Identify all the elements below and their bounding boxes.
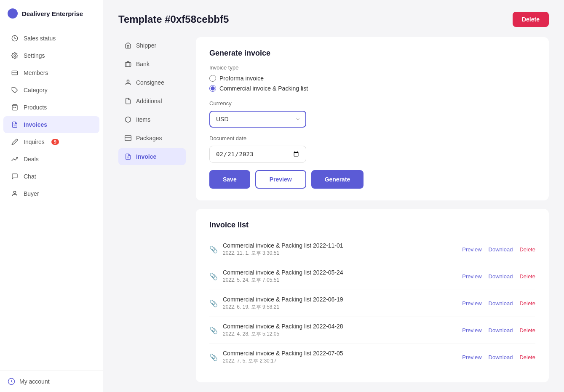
left-nav-bank[interactable]: Bank: [118, 56, 186, 72]
invoice-preview-link[interactable]: Preview: [462, 273, 481, 280]
attachment-icon: 📎: [209, 353, 218, 361]
delete-template-button[interactable]: Delete: [513, 12, 549, 27]
left-nav-invoice[interactable]: Invoice: [118, 148, 186, 165]
attachment-icon: 📎: [209, 299, 218, 307]
deals-icon: [11, 155, 19, 163]
left-nav-items-label: Items: [136, 116, 150, 123]
invoice-list-container: 📎 Commercial invoice & Packing list 2022…: [209, 236, 535, 371]
sidebar-item-deals[interactable]: Deals: [3, 151, 99, 168]
invoice-preview-link[interactable]: Preview: [462, 354, 481, 360]
left-nav-bank-label: Bank: [136, 61, 150, 67]
nav-list: Sales status Settings Members Category: [0, 26, 103, 371]
document-date-group: Document date: [209, 135, 535, 163]
radio-commercial[interactable]: Commercial invoice & Packing list: [209, 85, 535, 92]
left-nav: Shipper Bank Consignee Additional: [118, 37, 186, 382]
invoice-item-left: 📎 Commercial invoice & Packing list 2022…: [209, 323, 343, 338]
inquires-badge: 9: [51, 139, 59, 145]
invoice-item-actions: Preview Download Delete: [462, 354, 535, 360]
package-icon: [124, 134, 132, 142]
invoice-download-link[interactable]: Download: [489, 273, 513, 280]
brand-name: Dealivery Enterprise: [22, 10, 83, 17]
sidebar-item-category[interactable]: Category: [3, 82, 99, 99]
radio-proforma[interactable]: Proforma invoice: [209, 75, 535, 82]
save-button[interactable]: Save: [209, 170, 250, 189]
left-nav-additional[interactable]: Additional: [118, 93, 186, 109]
svg-point-8: [13, 191, 16, 193]
sidebar-label-category: Category: [24, 87, 48, 93]
preview-button[interactable]: Preview: [255, 170, 306, 189]
invoice-nav-icon: [124, 153, 132, 160]
generate-invoice-card: Generate invoice Invoice type Proforma i…: [196, 37, 549, 200]
brand-area[interactable]: Dealivery Enterprise: [0, 0, 103, 26]
invoice-preview-link[interactable]: Preview: [462, 327, 481, 333]
invoice-item-info: Commercial invoice & Packing list 2022-0…: [223, 296, 343, 311]
invoice-item-info: Commercial invoice & Packing list 2022-1…: [223, 242, 343, 257]
invoice-item-name: Commercial invoice & Packing list 2022-0…: [223, 350, 343, 357]
page-title: Template #0xf58cebbf5: [118, 13, 229, 25]
invoice-item-name: Commercial invoice & Packing list 2022-0…: [223, 296, 343, 303]
invoice-icon: [11, 121, 19, 128]
sidebar-item-sales-status[interactable]: Sales status: [3, 30, 99, 47]
invoice-preview-link[interactable]: Preview: [462, 246, 481, 253]
invoice-list-card: Invoice list 📎 Commercial invoice & Pack…: [196, 209, 549, 382]
sidebar-item-members[interactable]: Members: [3, 64, 99, 81]
generate-button[interactable]: Generate: [311, 170, 364, 189]
invoice-list-item: 📎 Commercial invoice & Packing list 2022…: [209, 290, 535, 317]
left-nav-shipper[interactable]: Shipper: [118, 37, 186, 54]
svg-rect-2: [12, 71, 17, 75]
box-icon: [124, 116, 132, 123]
left-nav-additional-label: Additional: [136, 98, 162, 104]
currency-select[interactable]: USD EUR KRW JPY: [209, 111, 306, 128]
invoice-delete-link[interactable]: Delete: [519, 300, 535, 307]
radio-proforma-input[interactable]: [209, 75, 216, 82]
invoice-item-date: 2022. 7. 5. 오후 2:30:17: [223, 357, 343, 365]
left-nav-packages[interactable]: Packages: [118, 130, 186, 147]
left-nav-consignee-label: Consignee: [136, 79, 164, 86]
invoice-delete-link[interactable]: Delete: [519, 273, 535, 280]
radio-proforma-label: Proforma invoice: [219, 75, 264, 82]
invoice-item-info: Commercial invoice & Packing list 2022-0…: [223, 269, 343, 284]
sidebar-label-members: Members: [24, 69, 48, 76]
sidebar-item-settings[interactable]: Settings: [3, 47, 99, 64]
sidebar-item-chat[interactable]: Chat: [3, 168, 99, 185]
my-account-label: My account: [19, 378, 50, 385]
sidebar-label-products: Products: [24, 104, 47, 111]
sidebar-item-products[interactable]: Products: [3, 99, 99, 116]
invoice-item-actions: Preview Download Delete: [462, 300, 535, 307]
my-account-item[interactable]: My account: [0, 371, 103, 392]
sidebar-label-invoices: Invoices: [24, 121, 47, 128]
invoice-item-actions: Preview Download Delete: [462, 327, 535, 333]
svg-point-11: [127, 80, 129, 82]
invoice-download-link[interactable]: Download: [489, 246, 513, 253]
home-icon: [124, 42, 132, 49]
left-nav-consignee[interactable]: Consignee: [118, 74, 186, 91]
invoice-download-link[interactable]: Download: [489, 354, 513, 360]
sidebar-item-invoices[interactable]: Invoices: [3, 116, 99, 133]
right-panel: Generate invoice Invoice type Proforma i…: [196, 37, 549, 382]
sidebar-item-buyer[interactable]: Buyer: [3, 185, 99, 202]
radio-commercial-input[interactable]: [209, 85, 216, 92]
sidebar: Dealivery Enterprise Sales status Settin…: [0, 0, 103, 392]
invoice-item-info: Commercial invoice & Packing list 2022-0…: [223, 323, 343, 338]
invoice-preview-link[interactable]: Preview: [462, 300, 481, 307]
invoice-item-actions: Preview Download Delete: [462, 246, 535, 253]
invoice-delete-link[interactable]: Delete: [519, 354, 535, 360]
invoice-delete-link[interactable]: Delete: [519, 327, 535, 333]
invoice-download-link[interactable]: Download: [489, 300, 513, 307]
document-date-input[interactable]: [209, 146, 306, 163]
sidebar-label-buyer: Buyer: [24, 190, 39, 197]
account-icon: [8, 378, 15, 385]
main-content: Template #0xf58cebbf5 Delete Shipper Ban…: [103, 0, 564, 392]
generate-invoice-title: Generate invoice: [209, 49, 535, 58]
buyer-icon: [11, 190, 19, 197]
members-icon: [11, 69, 19, 77]
attachment-icon: 📎: [209, 272, 218, 280]
chart-icon: [11, 35, 19, 42]
invoice-download-link[interactable]: Download: [489, 327, 513, 333]
sidebar-label-settings: Settings: [24, 52, 45, 59]
invoice-item-name: Commercial invoice & Packing list 2022-0…: [223, 269, 343, 276]
left-nav-items[interactable]: Items: [118, 111, 186, 128]
invoice-item-actions: Preview Download Delete: [462, 273, 535, 280]
sidebar-item-inquires[interactable]: Inquires 9: [3, 133, 99, 150]
invoice-delete-link[interactable]: Delete: [519, 246, 535, 253]
